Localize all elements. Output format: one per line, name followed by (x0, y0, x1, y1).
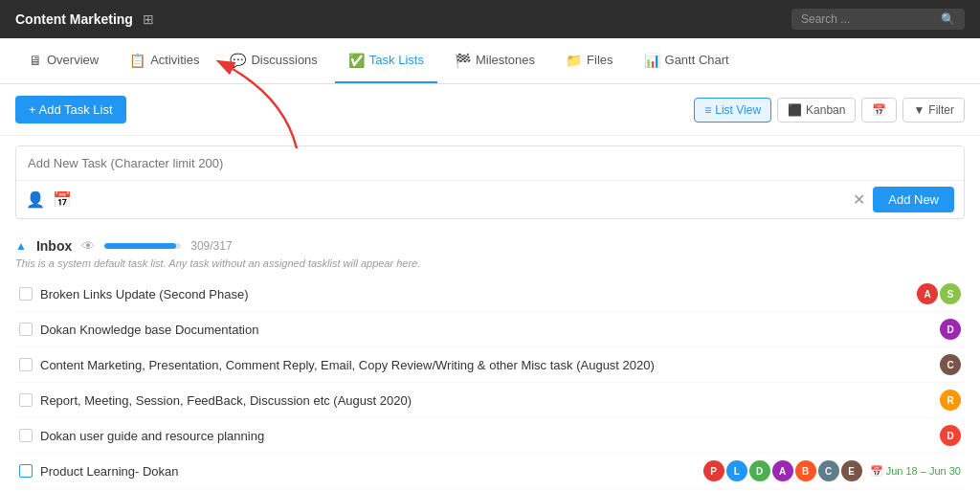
page-title: Content Marketing (15, 11, 133, 27)
nav-tabs: 🖥 Overview 📋 Activities 💬 Discussions ✅ … (0, 38, 980, 84)
calendar-icon: 📅 (872, 103, 886, 117)
section-progress-bar (104, 243, 181, 249)
add-task-input[interactable] (16, 146, 964, 180)
avatar: C (818, 460, 839, 481)
list-view-label: List View (715, 103, 761, 117)
inbox-section: ▲ Inbox 👁 309/317 This is a system defau… (15, 229, 965, 491)
filter-label: Filter (928, 103, 954, 117)
filter-button[interactable]: ▼ Filter (902, 98, 965, 123)
overview-icon: 🖥 (29, 53, 42, 68)
document-icon: ⊞ (143, 11, 154, 27)
table-row[interactable]: Product Learning- Dokan P L D A B C E 📅 … (15, 454, 965, 489)
activities-icon: 📋 (129, 53, 145, 68)
task-avatars: D (940, 425, 961, 446)
avatar: B (795, 460, 816, 481)
section-title[interactable]: Inbox (36, 238, 72, 254)
section-header: ▲ Inbox 👁 309/317 (15, 229, 965, 257)
list-view-button[interactable]: ≡ List View (694, 98, 771, 123)
tab-gantt-label: Gantt Chart (665, 53, 729, 67)
avatar: L (726, 460, 747, 481)
kanban-label: Kanban (806, 103, 845, 117)
add-new-button[interactable]: Add New (873, 187, 954, 212)
tab-milestones[interactable]: 🏁 Milestones (441, 38, 548, 83)
task-checkbox[interactable] (19, 323, 33, 336)
avatar: A (772, 460, 793, 481)
task-name: Product Learning- Dokan (40, 464, 696, 479)
task-avatars: C (940, 354, 961, 375)
avatar: A (917, 283, 938, 304)
main-content: + Add Task List ≡ List View ⬛ Kanban 📅 ▼… (0, 84, 980, 491)
section-count: 309/317 (190, 239, 232, 253)
milestones-icon: 🏁 (455, 53, 471, 68)
view-controls: ≡ List View ⬛ Kanban 📅 ▼ Filter (694, 98, 965, 123)
section-description: This is a system default task list. Any … (15, 257, 965, 269)
table-row[interactable]: Report, Meeting, Session, FeedBack, Disc… (15, 383, 965, 418)
discussions-icon: 💬 (230, 53, 246, 68)
due-date-icon[interactable]: 📅 (53, 190, 72, 209)
avatar: D (940, 319, 961, 340)
assign-user-icon[interactable]: 👤 (26, 190, 45, 209)
tab-milestones-label: Milestones (476, 53, 535, 67)
kanban-button[interactable]: ⬛ Kanban (777, 98, 856, 123)
task-lists-icon: ✅ (348, 53, 365, 68)
tab-task-lists[interactable]: ✅ Task Lists (335, 38, 437, 83)
task-name: Content Marketing, Presentation, Comment… (40, 358, 932, 372)
tab-task-lists-label: Task Lists (369, 53, 424, 67)
avatar: C (940, 354, 961, 375)
close-button[interactable]: ✕ (853, 190, 865, 209)
tab-overview[interactable]: 🖥 Overview (15, 38, 112, 83)
task-checkbox[interactable] (19, 429, 33, 442)
kanban-icon: ⬛ (788, 103, 802, 117)
top-bar: Content Marketing ⊞ 🔍 (0, 0, 980, 38)
add-task-footer: 👤 📅 ✕ Add New (16, 180, 964, 218)
tab-activities-label: Activities (150, 53, 199, 67)
task-checkbox[interactable] (19, 287, 33, 301)
files-icon: 📁 (566, 53, 582, 68)
task-avatars: R (940, 390, 961, 411)
avatar: S (940, 283, 961, 304)
list-view-icon: ≡ (704, 103, 711, 117)
table-row[interactable]: Dokan user guide and resource planning D (15, 418, 965, 454)
avatar: D (940, 425, 961, 446)
task-avatars: D (940, 319, 961, 340)
filter-icon: ▼ (913, 103, 924, 117)
task-checkbox[interactable] (19, 393, 33, 407)
search-box[interactable]: 🔍 (791, 9, 965, 30)
tab-overview-label: Overview (47, 53, 99, 67)
table-row[interactable]: Content Marketing, Presentation, Comment… (15, 347, 965, 383)
task-name: Dokan Knowledge base Documentation (40, 323, 932, 337)
task-name: Dokan user guide and resource planning (40, 429, 932, 443)
tab-files-label: Files (587, 53, 612, 67)
task-date-range: 📅 Jun 18 – Jun 30 (870, 465, 961, 478)
tab-discussions[interactable]: 💬 Discussions (216, 38, 330, 83)
section-collapse-toggle[interactable]: ▲ (15, 239, 27, 253)
table-row[interactable]: Dokan Knowledge base Documentation D (15, 312, 965, 347)
add-task-actions: ✕ Add New (853, 187, 954, 212)
tab-gantt-chart[interactable]: 📊 Gantt Chart (631, 38, 743, 83)
task-avatars: P L D A B C E (703, 460, 862, 481)
task-checkbox[interactable] (19, 464, 33, 478)
add-task-list-button[interactable]: + Add Task List (15, 96, 126, 123)
tab-discussions-label: Discussions (251, 53, 317, 67)
avatar: E (841, 460, 862, 481)
task-avatars: A S (917, 283, 961, 304)
table-row[interactable]: Broken Links Update (Second Phase) A S (15, 277, 965, 312)
toolbar: + Add Task List ≡ List View ⬛ Kanban 📅 ▼… (0, 84, 980, 136)
avatar: P (703, 460, 724, 481)
add-task-area: 👤 📅 ✕ Add New (15, 145, 965, 219)
gantt-icon: 📊 (644, 53, 660, 68)
calendar-icon: 📅 (870, 465, 883, 478)
tab-activities[interactable]: 📋 Activities (116, 38, 212, 83)
section-progress-fill (104, 243, 176, 249)
avatar: D (749, 460, 770, 481)
tab-files[interactable]: 📁 Files (552, 38, 626, 83)
search-icon: 🔍 (941, 12, 955, 26)
task-name: Broken Links Update (Second Phase) (40, 287, 909, 301)
task-name: Report, Meeting, Session, FeedBack, Disc… (40, 393, 932, 408)
search-input[interactable] (801, 12, 935, 26)
calendar-button[interactable]: 📅 (861, 98, 897, 123)
section-visibility-icon[interactable]: 👁 (81, 238, 95, 254)
avatar: R (940, 390, 961, 411)
task-checkbox[interactable] (19, 358, 33, 371)
add-task-icons: 👤 📅 (26, 190, 72, 209)
